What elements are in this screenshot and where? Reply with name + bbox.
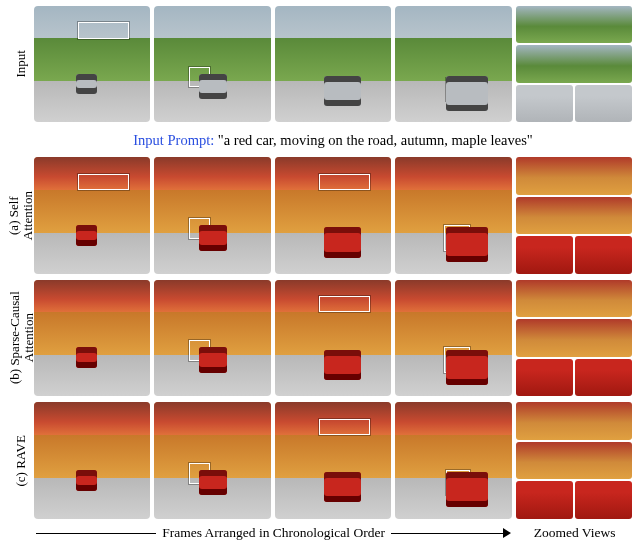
input-prompt: Input Prompt: "a red car, moving on the …: [34, 132, 632, 149]
frame: [34, 6, 150, 122]
frame: [154, 157, 270, 273]
frame: [395, 6, 511, 122]
frame: [395, 402, 511, 518]
frame: [275, 157, 391, 273]
prompt-prefix: Input Prompt:: [133, 132, 214, 148]
frames-c: [34, 402, 632, 518]
zoomed-views: [516, 6, 632, 122]
frame: [34, 157, 150, 273]
row-input: Input: [8, 6, 632, 122]
row-label-b-text: (b) Sparse-Causal Attention: [7, 292, 34, 385]
frame: [395, 157, 511, 273]
frame: [154, 280, 270, 396]
prompt-text: "a red car, moving on the road, autumn, …: [218, 132, 533, 148]
zoom-axis-label: Zoomed Views: [517, 525, 632, 541]
frame: [275, 6, 391, 122]
frames-axis-label: Frames Arranged in Chronological Order: [156, 525, 391, 541]
frame: [34, 402, 150, 518]
row-label-input: Input: [8, 57, 34, 71]
row-label-b: (b) Sparse-Causal Attention: [8, 324, 34, 351]
frame: [275, 402, 391, 518]
frames-a: [34, 157, 632, 273]
frames-input: [34, 6, 632, 122]
frame: [395, 280, 511, 396]
row-rave: (c) RAVE: [8, 402, 632, 518]
zoomed-views: [516, 280, 632, 396]
frame: [154, 402, 270, 518]
time-arrow: Frames Arranged in Chronological Order: [34, 526, 513, 540]
row-label-input-text: Input: [14, 50, 28, 77]
row-label-a-text: (a) Self Attention: [7, 191, 34, 240]
frame: [154, 6, 270, 122]
row-label-c: (c) RAVE: [8, 454, 34, 468]
frames-b: [34, 280, 632, 396]
zoomed-views: [516, 402, 632, 518]
row-label-a: (a) Self Attention: [8, 202, 34, 229]
zoomed-views: [516, 157, 632, 273]
axis-row: Frames Arranged in Chronological Order Z…: [34, 525, 632, 541]
frame: [275, 280, 391, 396]
row-sparse-causal: (b) Sparse-Causal Attention: [8, 280, 632, 396]
row-label-c-text: (c) RAVE: [14, 435, 28, 486]
row-self-attention: (a) Self Attention: [8, 157, 632, 273]
frame: [34, 280, 150, 396]
figure-2: Input Input Prompt: "a red car, moving o…: [8, 6, 632, 551]
